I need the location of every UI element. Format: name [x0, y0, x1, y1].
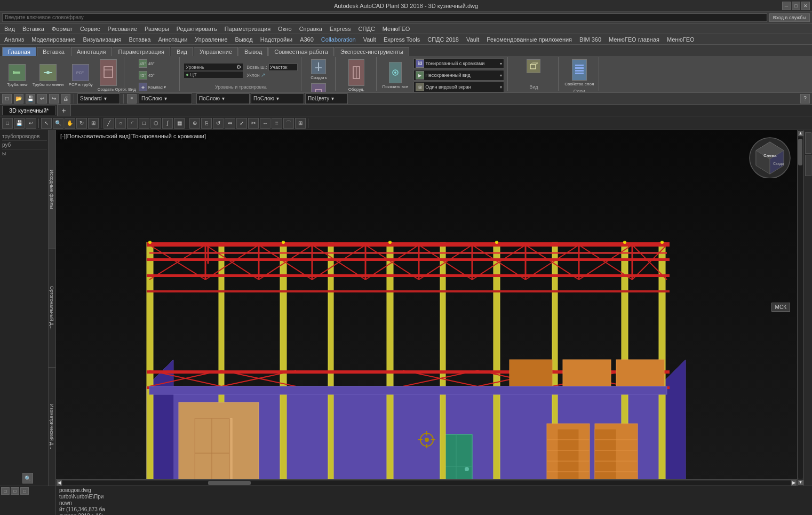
ribbon-tab-view[interactable]: Вид [171, 47, 193, 56]
menu2-a360[interactable]: А360 [297, 35, 317, 44]
tb-draw-hatch-icon[interactable]: ▦ [174, 118, 185, 129]
qa-plot[interactable]: 🖨 [61, 94, 70, 104]
menu2-bim360[interactable]: BIM 360 [576, 35, 604, 44]
menu2-modelirovanie[interactable]: Моделирование [28, 35, 78, 44]
sidebar-tab-isometric[interactable]: Изометрический Д... [49, 368, 55, 486]
qa-help[interactable]: ? [800, 94, 810, 104]
menu-okno[interactable]: Окно [275, 25, 295, 33]
bycolor-dropdown[interactable]: ПоЦвету ▾ [305, 93, 348, 104]
tb-draw-arc-icon[interactable]: ◜ [127, 118, 138, 129]
tb-extents-icon[interactable]: ⊞ [88, 118, 99, 129]
ribbon-btn-show-all[interactable]: Показать все [381, 61, 410, 90]
ribbon-btn-equip[interactable]: Оборуд. [347, 58, 366, 92]
ribbon-tab-home[interactable]: Главная [2, 47, 36, 56]
tb-edit-move-icon[interactable]: ⊕ [189, 118, 200, 129]
qa-undo[interactable]: ↩ [37, 94, 47, 104]
ribbon-btn-45-1[interactable]: 45° 45° [137, 58, 168, 69]
lb-btn-3[interactable]: □ [20, 487, 29, 495]
sidebar-tab-source-files[interactable]: Исходные файлы [49, 130, 55, 249]
qa-redo[interactable]: ↪ [49, 94, 59, 104]
menu-menugeo[interactable]: МенюГЕО [379, 25, 413, 33]
uklon-arrow-btn[interactable]: ↗ [261, 72, 265, 78]
tb-draw-poly-icon[interactable]: ⬡ [150, 118, 161, 129]
menu2-annotatsii[interactable]: Аннотации [155, 35, 190, 44]
tb-undo-icon[interactable]: ↩ [26, 118, 36, 129]
right-strip-btn-1[interactable] [805, 132, 811, 154]
menu-parametrizatsiya[interactable]: Параметризация [221, 25, 274, 33]
tb-orbit-icon[interactable]: ↻ [76, 118, 87, 129]
lb-btn-1[interactable]: □ [1, 487, 10, 495]
ribbon-tab-param[interactable]: Параметризация [113, 47, 170, 56]
menu-razmery[interactable]: Размеры [141, 25, 172, 33]
menu-spravka[interactable]: Справка [296, 25, 325, 33]
menu-express[interactable]: Express [327, 25, 354, 33]
ribbon-btn-create-ortho[interactable]: Создать Ортог. Вид [96, 58, 121, 92]
menu2-vstavka[interactable]: Вставка [125, 35, 154, 44]
menu-vstavka[interactable]: Вставка [19, 25, 47, 33]
maximize-button[interactable]: □ [792, 2, 800, 10]
lb-btn-2[interactable]: □ [11, 487, 19, 495]
h-scroll-thumb[interactable] [208, 481, 251, 485]
menu-risovanie[interactable]: Рисование [105, 25, 140, 33]
menu-servis[interactable]: Сервис [77, 25, 104, 33]
menu-vid[interactable]: Вид [1, 25, 18, 33]
close-button[interactable]: ✕ [801, 2, 810, 10]
sidebar-tab-ortho[interactable]: Ортогональный Д... [49, 249, 55, 367]
menu-format[interactable]: Формат [49, 25, 76, 33]
ribbon-tab-annotation[interactable]: Аннотация [71, 47, 112, 56]
menu-redaktirovat[interactable]: Редактировать [173, 25, 220, 33]
ribbon-btn-view-3d[interactable] [525, 58, 542, 75]
qa-open[interactable]: 📂 [14, 94, 23, 104]
ribbon-btn-layer-props[interactable]: Свойства слоя [563, 58, 595, 88]
tb-pan-icon[interactable]: ✋ [65, 118, 75, 129]
tb-edit-fillet-icon[interactable]: ⌒ [283, 118, 294, 129]
tb-save-icon[interactable]: 💾 [14, 118, 25, 129]
level-gear-btn[interactable]: ⚙ [236, 64, 241, 70]
menu2-vault2[interactable]: Vault [463, 35, 482, 44]
qa-new[interactable]: □ [2, 94, 12, 104]
ribbon-tab-express[interactable]: Экспресс-инструменты [335, 47, 409, 56]
horizontal-scrollbar[interactable]: ◀ ▶ [56, 479, 797, 486]
tb-draw-rect-icon[interactable]: □ [139, 118, 149, 129]
scroll-down-btn[interactable]: ▼ [798, 480, 803, 485]
menu2-collaboration[interactable]: Collaboration [318, 35, 359, 44]
tb-model-icon[interactable]: □ [2, 118, 13, 129]
ribbon-btn-tubes-line[interactable]: Трубы по линии [31, 63, 66, 88]
bylayer-dropdown-2[interactable]: ПоСлою ▾ [196, 93, 250, 104]
bylayer-dropdown-1[interactable]: ПоСлою ▾ [139, 93, 192, 104]
drawing-tab-main[interactable]: 3D кузнечный* [2, 106, 56, 115]
ribbon-btn-pipe-new[interactable]: Труба new [5, 63, 29, 88]
standard-dropdown[interactable]: Standard ▾ [77, 93, 120, 104]
search-input[interactable] [2, 13, 767, 22]
menu2-menugeo-main[interactable]: МенюГЕО главная [606, 35, 663, 44]
tb-select-icon[interactable]: ↖ [41, 118, 52, 129]
tb-edit-offset-icon[interactable]: ≡ [272, 118, 282, 129]
scroll-up-btn[interactable]: ▲ [798, 131, 803, 136]
ribbon-tab-output[interactable]: Вывод [238, 47, 268, 56]
tb-edit-trim-icon[interactable]: ✂ [248, 118, 259, 129]
login-button[interactable]: Вход в службы [769, 13, 810, 22]
scroll-right-btn[interactable]: ▶ [791, 480, 797, 486]
tb-zoom-icon[interactable]: 🔍 [53, 118, 63, 129]
ribbon-btn-pcf[interactable]: PCF PCF в трубу [67, 63, 94, 88]
menu2-express-tools[interactable]: Express Tools [380, 35, 423, 44]
menu2-vyvod[interactable]: Вывод [232, 35, 256, 44]
nav-cube[interactable]: Слева Сзади [747, 136, 793, 178]
ribbon-btn-compass[interactable]: ◈ Компас ▾ [137, 82, 168, 92]
qa-layerstate[interactable]: ≡ [127, 94, 137, 104]
menu2-nadstroyki[interactable]: Надстройки [257, 35, 296, 44]
left-zoom-btn[interactable]: 🔍 [22, 473, 33, 484]
ribbon-tab-collab[interactable]: Совместная работа [268, 47, 334, 56]
menu2-menugeo[interactable]: МенюГЕО [664, 35, 698, 44]
menu2-analiz[interactable]: Анализ [1, 35, 27, 44]
right-strip-btn-2[interactable] [805, 155, 811, 176]
menu2-spds2018[interactable]: СПДС 2018 [424, 35, 462, 44]
scroll-left-btn[interactable]: ◀ [57, 480, 62, 486]
tb-draw-line-icon[interactable]: ╱ [104, 118, 114, 129]
menu2-upravlenie[interactable]: Управление [192, 35, 230, 44]
qa-save[interactable]: 💾 [26, 94, 35, 104]
ribbon-btn-create-support2[interactable]: Создать [309, 82, 328, 92]
tb-edit-scale-icon[interactable]: ⤢ [236, 118, 247, 129]
menu2-vizualizatsiya[interactable]: Визуализация [79, 35, 124, 44]
tb-edit-copy-icon[interactable]: ⎘ [201, 118, 212, 129]
